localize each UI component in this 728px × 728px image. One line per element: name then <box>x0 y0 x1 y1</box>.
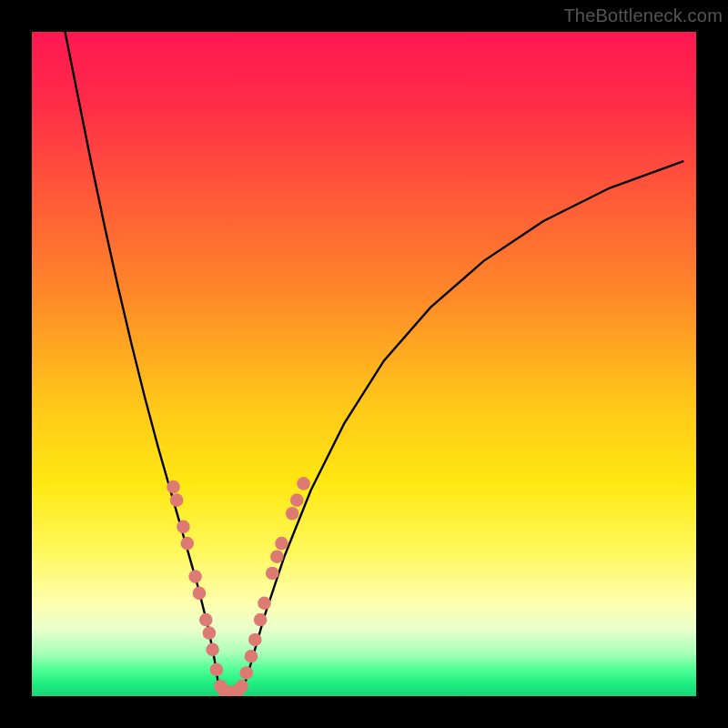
data-marker <box>181 537 195 551</box>
data-marker <box>275 537 288 551</box>
data-marker <box>170 493 184 507</box>
data-marker <box>210 663 224 677</box>
chart-root: TheBottleneck.com <box>0 0 728 728</box>
data-marker <box>266 567 279 581</box>
data-marker <box>239 666 253 680</box>
data-marker <box>248 633 262 647</box>
data-marker <box>206 643 219 657</box>
data-marker <box>290 493 304 507</box>
data-marker <box>286 507 299 521</box>
plot-area <box>32 32 696 696</box>
data-marker <box>177 521 190 534</box>
data-marker <box>297 477 310 490</box>
data-marker <box>245 650 258 663</box>
data-marker <box>270 550 284 563</box>
data-marker <box>203 626 217 640</box>
right-curve-path <box>243 161 682 689</box>
data-marker <box>254 613 268 627</box>
data-marker <box>193 587 207 601</box>
scatter-markers <box>167 477 310 696</box>
data-marker <box>167 480 180 494</box>
chart-svg <box>32 32 696 696</box>
data-marker <box>235 680 248 693</box>
data-marker <box>199 613 213 627</box>
watermark-text: TheBottleneck.com <box>563 5 723 26</box>
data-marker <box>188 570 202 583</box>
data-marker <box>258 597 271 611</box>
